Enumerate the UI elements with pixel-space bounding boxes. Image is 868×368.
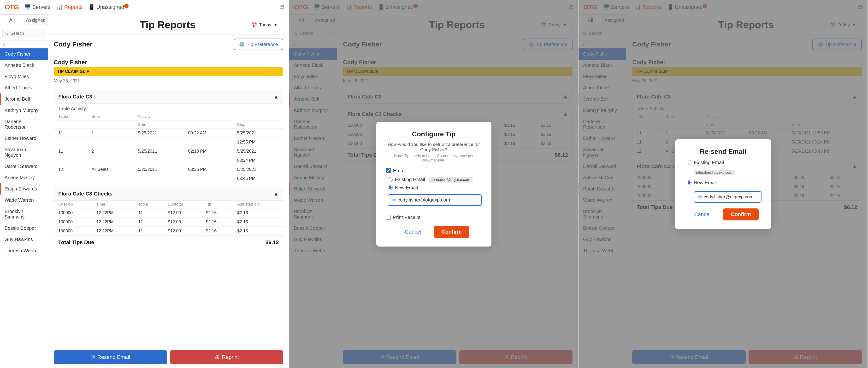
print-icon-1: 🖨 [214,354,219,360]
new-email-input-wrap: ✉ [388,194,482,206]
modal-divider [386,210,482,210]
sidebar-item-savannah-1[interactable]: Savannah Nguyen [0,144,48,161]
panel-1: OTG 🖥️ Servers 📊 Reports 📱 Unassigned 9 … [0,0,289,368]
sidebar-item-bessie-1[interactable]: Bessie Cooper [0,223,48,234]
resend-cancel-btn[interactable]: Cancel [687,208,717,221]
checks-header-1[interactable]: Flora Cafe C3 Checks ▲ [54,187,283,201]
email-checkbox-wrap: Email [386,168,482,173]
sidebar-item-floyd-1[interactable]: Floyd Miles [0,71,48,82]
resend-existing-label: Existing Email [694,160,724,165]
modal-confirm-btn[interactable]: Confirm [434,226,469,238]
resend-email-icon: ✉ [698,194,702,200]
sidebar-item-albert-1[interactable]: Albert Flores [0,82,48,94]
print-receipt-checkbox[interactable] [386,215,391,220]
resend-new-label: New Email [694,180,717,186]
sidebar-item-theresa-1[interactable]: Theresa Webb [0,245,48,256]
unassigned-label-1: Unassigned [96,4,124,10]
sidebar-item-jerome-1[interactable]: Jerome Bell [0,94,48,105]
email-icon-1: ✉ [91,354,95,360]
existing-email-radio[interactable] [388,177,393,182]
sidebar-item-annette-1[interactable]: Annette Black [0,60,48,71]
card-name-1: Cody Fisher [54,59,283,67]
resend-confirm-btn[interactable]: Confirm [723,208,758,221]
activity-table-1: Table Seat Activity Start Stop [54,113,283,183]
resend-new-email-wrap: ✉ [694,191,762,203]
nav-reports-1[interactable]: 📊 Reports [56,4,83,10]
resend-new-email-input[interactable] [704,194,761,200]
person-header-1: Cody Fisher ⚙️ Tip Preference [48,35,289,54]
sidebar-item-darlene-1[interactable]: Darlene Robertson [0,116,48,133]
modal-actions: Cancel Confirm [386,226,482,238]
sidebar-item-esther-1[interactable]: Esther Howard [0,133,48,144]
tip-pref-btn-1[interactable]: ⚙️ Tip Preference [234,39,283,50]
resend-label-1: Resend Email [97,354,130,360]
print-receipt-wrap: Print Receipt [386,215,482,220]
sidebar-list-1: A Cody Fisher Annette Black Floyd Miles … [0,41,48,368]
total-amount-1: $6.12 [266,239,279,245]
logo-1: OTG [5,3,19,11]
today-label-1: Today [259,22,271,28]
resend-email-radio-group: Existing Email john.doe@otgexp.com New E… [685,160,762,203]
search-box-1 [0,26,48,41]
logout-icon-1[interactable]: ↪️ [279,5,284,9]
reprint-label-1: Reprint [222,354,239,360]
calendar-icon-1: 📅 [251,22,257,28]
tip-pref-label-1: Tip Preference [247,42,278,47]
sidebar-item-brooklyn-1[interactable]: Brooklyn Simmons [0,206,48,223]
page-title-1: Tip Reports [88,19,247,31]
unassigned-icon-1: 📱 [89,4,95,10]
modal-cancel-btn[interactable]: Cancel [398,226,428,238]
table-activity-title-1: Table Activity [54,103,283,113]
reprint-btn-1[interactable]: 🖨 Reprint [170,350,283,364]
content-header-1: Tip Reports 📅 Today ▼ [48,14,289,35]
panel-3: OTG 🖥️Servers 📊Reports 📱Unassigned 9 ↪️ … [579,0,868,368]
table-row: 03:24 PM [54,156,283,165]
email-checkbox[interactable] [386,168,391,173]
reports-label-1: Reports [64,4,83,10]
sidebar-item-guy-1[interactable]: Guy Hawkins [0,234,48,245]
sidebar-item-arlene-1[interactable]: Arlene McCoy [0,172,48,183]
checks-table-1: Check # Time Table Subtotal Tip Adjusted… [54,201,283,235]
resend-existing-radio[interactable] [687,160,691,165]
nav-right-1[interactable]: ↪️ [279,5,284,9]
nav-unassigned-1[interactable]: 📱 Unassigned 9 [89,4,129,10]
nav-servers-1[interactable]: 🖥️ Servers [25,4,51,10]
sidebar-item-darrell-1[interactable]: Darrell Steward [0,161,48,172]
resend-new-radio[interactable] [687,180,691,185]
existing-email-option: Existing Email john.doe@otgexp.com [388,177,482,182]
servers-icon-1: 🖥️ [25,4,31,10]
email-section: Email Existing Email john.doe@otgexp.com… [386,168,482,206]
resend-existing-email-option: Existing Email [687,160,762,165]
chevron-down-icon-1: ▼ [273,22,278,28]
table-row: 11 2 5/25/2021 02:18 PM 5/25/2021 [54,147,283,156]
sidebar-item-ralph-1[interactable]: Ralph Edwards [0,183,48,195]
sidebar-item-cody-fisher-1[interactable]: Cody Fisher [0,48,48,60]
resend-email-btn-1[interactable]: ✉ Resend Email [54,350,167,364]
email-radio-group: Existing Email john.doe@otgexp.com New E… [386,177,482,206]
configure-tip-modal: Configure Tip How would you like to setu… [376,122,491,246]
sidebar-tabs-1: All Assigned [0,14,48,26]
tab-assigned-1[interactable]: Assigned [24,14,48,26]
total-label-1: Total Tips Due [58,239,94,245]
content-1: Tip Reports 📅 Today ▼ Cody Fisher ⚙️ Tip… [48,14,289,368]
venue-name-1: Flora Cafe C3 [58,94,92,100]
existing-email-chip: john.doe@otgexp.com [429,177,472,182]
main-1: All Assigned A Cody Fisher Annette Black… [0,14,289,368]
new-email-radio[interactable] [388,185,393,190]
table-row: 12 All Seats 5/25/2021 03:36 PM 5/25/202… [54,165,283,174]
new-email-input[interactable] [398,197,478,203]
search-wrapper-1 [2,29,45,38]
search-input-1[interactable] [2,29,45,38]
servers-label-1: Servers [32,4,51,10]
resend-email-modal: Re-send Email Existing Email john.doe@ot… [675,139,771,229]
email-checkbox-label: Email [393,168,406,173]
sidebar-item-wade-1[interactable]: Wade Warren [0,195,48,206]
table-row: 03:45 PM [54,174,283,183]
tab-all-1[interactable]: All [0,14,24,26]
total-row-1: Total Tips Due $6.12 [54,235,283,249]
today-btn-1[interactable]: 📅 Today ▼ [247,20,282,30]
venue-section-1: Flora Cafe C3 ▲ Table Activity Table Sea… [54,90,283,183]
tip-claim-slip-1: TIP CLAIM SLIP [54,67,283,76]
venue-header-1[interactable]: Flora Cafe C3 ▲ [54,90,283,103]
sidebar-item-kathryn-1[interactable]: Kathryn Murphy [0,105,48,116]
